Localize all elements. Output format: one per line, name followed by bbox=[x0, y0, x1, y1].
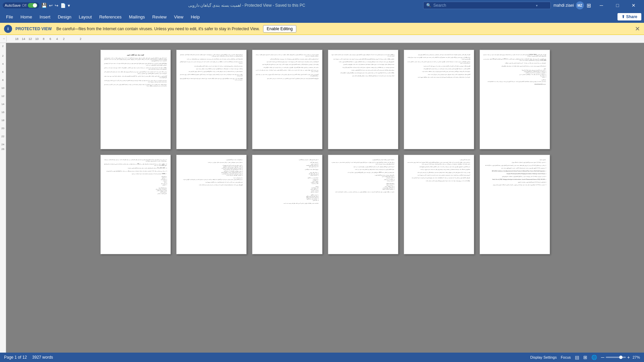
focus-button[interactable]: Focus bbox=[561, 355, 571, 359]
left-ruler-num-22: 22 bbox=[1, 135, 4, 138]
left-ruler-num-2b: 2 bbox=[2, 54, 3, 57]
page-6-content: کارآزمایی های بالینی (CLINICAL TRIALS) م… bbox=[483, 54, 546, 145]
close-button[interactable]: ✕ bbox=[626, 0, 641, 11]
menu-layout[interactable]: Layout bbox=[76, 12, 95, 21]
ruler-num-2r: 2 bbox=[77, 37, 84, 41]
menu-mailings[interactable]: Mailings bbox=[126, 12, 148, 21]
ruler-num-8: 8 bbox=[40, 37, 47, 41]
table-row: کارآزمایی های بالینی متعددی نشان داده اس… bbox=[404, 50, 474, 149]
ruler-num-12: 12 bbox=[27, 37, 34, 41]
share-icon: ⬆ bbox=[622, 14, 625, 19]
restore-button[interactable]: □ bbox=[610, 0, 625, 11]
page-7-content: ۱۶. در این بررسی نشان داده شد که انتقال … bbox=[104, 159, 167, 250]
table-row: کارآزمایی های بالینی (CLINICAL TRIALS) م… bbox=[480, 50, 550, 149]
autosave-state: Off bbox=[22, 4, 27, 7]
word-count: 3927 words bbox=[32, 355, 53, 360]
close-protected-bar-button[interactable]: ✕ bbox=[635, 25, 640, 33]
page-1-content: اهمیت بسته بندی گیاهان دارویی یکی از دلا… bbox=[104, 54, 167, 145]
menu-file[interactable]: File bbox=[3, 12, 16, 21]
undo-icon[interactable]: ↩ bbox=[49, 3, 53, 8]
search-input[interactable] bbox=[433, 3, 534, 8]
options-icon[interactable]: ⊞ bbox=[587, 2, 591, 9]
zoom-slider-thumb bbox=[619, 356, 623, 359]
protected-message: Be careful—files from the Internet can c… bbox=[56, 27, 260, 31]
redo-icon[interactable]: ↪ bbox=[55, 3, 58, 8]
display-settings-button[interactable]: Display Settings bbox=[530, 355, 557, 359]
web-layout-view-button[interactable]: 🌐 bbox=[591, 355, 597, 360]
user-area[interactable]: mahdi ziaei MZ bbox=[553, 1, 584, 9]
title-bar: AutoSave Off 💾 ↩ ↪ 📄 ▾ اهمیت بسته بندی گ… bbox=[0, 0, 644, 11]
multiple-pages-view-button[interactable]: ⊞ bbox=[583, 355, 587, 360]
left-ruler-num-14: 14 bbox=[1, 103, 4, 106]
search-icon: 🔍 bbox=[426, 3, 431, 8]
save-icon[interactable]: 💾 bbox=[41, 3, 47, 8]
menu-bar: File Home Insert Design Layout Reference… bbox=[0, 11, 644, 23]
menu-review[interactable]: Review bbox=[149, 12, 170, 21]
menu-references[interactable]: References bbox=[96, 12, 125, 21]
doc-area[interactable]: اهمیت بسته بندی گیاهان دارویی یکی از دلا… bbox=[6, 43, 644, 353]
new-doc-icon[interactable]: 📄 bbox=[60, 3, 66, 8]
page-8-content: مراحل فرآیند بسته بندی گیاهان دارویی: به… bbox=[180, 159, 243, 250]
autosave-label: AutoSave bbox=[5, 3, 21, 7]
table-row: مراحل فرآیند بسته بندی گیاهان دارویی: به… bbox=[176, 155, 247, 254]
doc-title: اهمیت بسته بندی گیاهان دارویی - Protecte… bbox=[188, 3, 305, 8]
table-row: تحصیل ۲ بخش در رابطه با تولید و بازار گی… bbox=[328, 155, 398, 254]
left-ruler-num-8: 8 bbox=[2, 79, 3, 82]
table-row: ۶. تعیین و کنترل و نظارت مصرف و تولید گی… bbox=[252, 155, 323, 254]
share-button[interactable]: ⬆ Share bbox=[617, 13, 641, 20]
table-row: استفاده از فضای مناسب در بسته بندی گیاها… bbox=[176, 50, 247, 149]
zoom-in-button[interactable]: + bbox=[627, 355, 630, 360]
page-9-content: ۶. تعیین و کنترل و نظارت مصرف و تولید گی… bbox=[256, 159, 319, 250]
status-bar-right: Display Settings Focus ▤ ⊞ 🌐 ─ + 27% bbox=[530, 355, 640, 360]
protected-view-bar: i PROTECTED VIEW Be careful—files from t… bbox=[0, 23, 644, 35]
customize-icon[interactable]: ▾ bbox=[68, 3, 70, 8]
window-controls: ─ □ ✕ bbox=[594, 0, 641, 11]
ruler-num-2: 2 bbox=[60, 37, 67, 41]
zoom-slider[interactable] bbox=[606, 357, 626, 358]
left-ruler: 2 2 4 6 8 10 12 14 16 18 20 22 24 26 bbox=[0, 43, 6, 353]
ruler-numbers: 18 14 12 10 8 6 4 2 2 bbox=[7, 37, 84, 41]
page-grid: اهمیت بسته بندی گیاهان دارویی یکی از دلا… bbox=[13, 50, 637, 254]
search-dropdown-icon[interactable]: ▾ bbox=[536, 4, 538, 7]
page-3-content: قوانین و مقررات مربوط به بسته بندی گیاها… bbox=[256, 54, 319, 145]
table-row: بحث و نتیجه گیری نهایی: بر اساس تمامی مط… bbox=[404, 155, 474, 254]
page-11-content: بحث و نتیجه گیری نهایی: بر اساس تمامی مط… bbox=[407, 159, 470, 250]
user-avatar[interactable]: MZ bbox=[576, 1, 584, 9]
left-ruler-num-24: 24 bbox=[1, 143, 4, 146]
page-5-content: کارآزمایی های بالینی متعددی نشان داده اس… bbox=[407, 54, 470, 145]
menu-insert[interactable]: Insert bbox=[36, 12, 54, 21]
page-4-content: در مطالعات انجام شده در ایران مشخص شده ا… bbox=[332, 54, 395, 145]
left-ruler-num-2: 2 bbox=[2, 45, 3, 48]
ruler-bar: ↔ 18 14 12 10 8 6 4 2 2 bbox=[0, 35, 644, 43]
user-name: mahdi ziaei bbox=[553, 3, 574, 8]
minimize-button[interactable]: ─ bbox=[594, 0, 609, 11]
left-ruler-num-6: 6 bbox=[2, 70, 3, 73]
autosave-toggle[interactable]: AutoSave Off bbox=[3, 2, 39, 8]
menu-help[interactable]: Help bbox=[187, 12, 203, 21]
zoom-out-button[interactable]: ─ bbox=[601, 355, 604, 360]
left-ruler-num-18: 18 bbox=[1, 119, 4, 122]
ruler-num-10: 10 bbox=[34, 37, 40, 41]
left-ruler-num-12: 12 bbox=[1, 95, 4, 98]
zoom-level: 27% bbox=[633, 355, 640, 359]
enable-editing-button[interactable]: Enable Editing bbox=[263, 25, 296, 33]
menu-view[interactable]: View bbox=[170, 12, 187, 21]
autosave-switch[interactable] bbox=[28, 3, 37, 8]
table-row: در مطالعات انجام شده در ایران مشخص شده ا… bbox=[328, 50, 398, 149]
left-ruler-num-10: 10 bbox=[1, 87, 4, 90]
menu-design[interactable]: Design bbox=[54, 12, 75, 21]
search-bar[interactable]: 🔍 ▾ bbox=[423, 2, 551, 9]
zoom-control[interactable]: ─ + 27% bbox=[601, 355, 640, 360]
print-layout-view-button[interactable]: ▤ bbox=[575, 355, 579, 360]
table-row: اهمیت بسته بندی گیاهان دارویی یکی از دلا… bbox=[100, 50, 171, 149]
title-bar-left: AutoSave Off 💾 ↩ ↪ 📄 ▾ bbox=[3, 2, 70, 8]
menu-home[interactable]: Home bbox=[17, 12, 36, 21]
protected-title: PROTECTED VIEW bbox=[15, 27, 52, 31]
left-ruler-num-26: 26 bbox=[1, 148, 4, 151]
page-10-content: تحصیل ۲ بخش در رابطه با تولید و بازار گی… bbox=[332, 159, 395, 250]
ruler-num-18: 18 bbox=[13, 37, 20, 41]
ruler-num-14: 14 bbox=[20, 37, 27, 41]
left-ruler-num-4: 4 bbox=[2, 62, 3, 65]
ruler-corner: ↔ bbox=[1, 36, 7, 42]
page-2-content: استفاده از فضای مناسب در بسته بندی گیاها… bbox=[180, 54, 243, 145]
